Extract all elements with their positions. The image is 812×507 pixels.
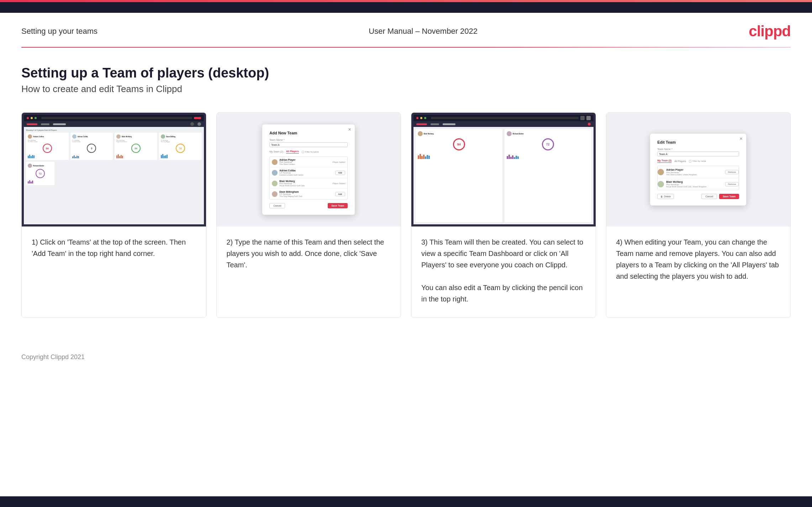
modal2-player-3-info: Blair McHarg Plus HandicapRoyal North De… (279, 180, 331, 187)
header-section-title: Setting up your teams (21, 27, 97, 36)
modal2-save-button[interactable]: Save Team (328, 203, 348, 208)
header: Setting up your teams User Manual – Nove… (0, 13, 812, 47)
modal2-player-1-status: Player Added (332, 161, 345, 163)
card-1: Showing 4 of 4 players from All Players … (21, 112, 206, 318)
modal2-tab-my-team[interactable]: My Team (2) (269, 150, 283, 154)
modal4-tabs: My Team (2) All Players Filter by name (657, 159, 739, 163)
modal2-player-2-add-button[interactable]: Add (335, 171, 346, 175)
modal4-title: Edit Team (657, 140, 739, 144)
card-2: Add New Team ✕ Team Name * Team A My Tea… (216, 112, 401, 318)
modal2-filter-checkbox[interactable] (302, 151, 304, 153)
modal4-action-buttons: Cancel Save Team (701, 194, 739, 199)
modal4-player-1-avatar (658, 169, 664, 175)
modal2-player-4-add-button[interactable]: Add (335, 192, 346, 196)
modal2-player-2: Adrian Coliba 1.5 HandicapCentral London… (270, 167, 347, 178)
modal2-player-1-avatar (272, 159, 278, 165)
page-title: Setting up a Team of players (desktop) (21, 65, 791, 81)
modal2-player-list: Adrian Player Plus HandicapThe Shire Lon… (269, 156, 348, 199)
modal2-player-3-avatar (272, 181, 278, 186)
accent-bar (0, 0, 812, 2)
modal2-filter-label: Filter by name (305, 151, 319, 153)
card-4: Edit Team ✕ Team Name * Team A My Team (… (606, 112, 791, 318)
modal2-cancel-button[interactable]: Cancel (269, 203, 285, 208)
modal4-footer: 🗑 Delete Cancel Save Team (657, 194, 739, 199)
trash-icon: 🗑 (660, 195, 663, 198)
modal2-close-icon[interactable]: ✕ (348, 127, 351, 132)
modal2-title: Add New Team (269, 131, 348, 135)
modal4-player-2: Blair McHarg Plus HandicapRoyal North De… (658, 178, 739, 190)
card-2-text: 2) Type the name of this Team and then s… (217, 226, 401, 317)
modal4-delete-button[interactable]: 🗑 Delete (657, 194, 674, 199)
modal4-team-name-label: Team Name * (657, 148, 739, 150)
modal4-player-1-info: Adrian Player Plus HandicapThe Shire Lon… (666, 168, 723, 176)
screenshot-1: Showing 4 of 4 players from All Players … (22, 113, 206, 226)
cards-row: Showing 4 of 4 players from All Players … (21, 112, 791, 318)
modal2-player-2-avatar (272, 170, 278, 176)
modal2-player-3: Blair McHarg Plus HandicapRoyal North De… (270, 178, 347, 189)
modal4-filter: Filter by name (689, 160, 706, 162)
screenshot-3: Blair McHarg 94 (411, 113, 596, 226)
modal4-tab-my-team[interactable]: My Team (2) (657, 159, 671, 163)
modal4-save-button[interactable]: Save Team (719, 194, 739, 199)
modal2-player-4: Dave Billingham 3.5 HandicapThe Gog Mago… (270, 189, 347, 199)
modal4-team-name-input[interactable]: Team A (657, 151, 739, 156)
modal2-footer: Cancel Save Team (269, 203, 348, 208)
modal2-filter: Filter by name (302, 151, 319, 153)
modal2-tab-all-players[interactable]: All Players (286, 150, 299, 154)
modal4-cancel-button[interactable]: Cancel (701, 194, 717, 199)
modal4-tab-all-players[interactable]: All Players (674, 160, 686, 162)
top-bar (0, 0, 812, 13)
modal2-tabs: My Team (2) All Players Filter by name (269, 150, 348, 154)
modal4-player-1-remove-button[interactable]: Remove (725, 170, 739, 174)
card-3-text: 3) This Team will then be created. You c… (411, 226, 596, 317)
modal4-player-list: Adrian Player Plus HandicapThe Shire Lon… (657, 166, 739, 190)
modal2-player-1: Adrian Player Plus HandicapThe Shire Lon… (270, 157, 347, 167)
screenshot-4: Edit Team ✕ Team Name * Team A My Team (… (606, 113, 791, 226)
card-1-text: 1) Click on 'Teams' at the top of the sc… (22, 226, 206, 317)
card-4-text: 4) When editing your Team, you can chang… (606, 226, 791, 317)
modal2-team-name-input[interactable]: Team A (269, 142, 348, 147)
main-content: Setting up a Team of players (desktop) H… (0, 48, 812, 346)
modal2-team-name-label: Team Name * (269, 139, 348, 141)
page-subtitle: How to create and edit Teams in Clippd (21, 84, 791, 95)
modal4-player-2-info: Blair McHarg Plus HandicapRoyal North De… (666, 180, 723, 188)
modal2-player-4-avatar (272, 191, 278, 197)
modal2-player-3-status: Player Added (332, 182, 345, 185)
modal4-filter-label: Filter by name (692, 160, 706, 162)
clippd-logo: clippd (749, 23, 791, 40)
screenshot-2: Add New Team ✕ Team Name * Team A My Tea… (217, 113, 401, 226)
header-manual-title: User Manual – November 2022 (369, 27, 478, 36)
card-3: Blair McHarg 94 (411, 112, 596, 318)
modal4-filter-checkbox[interactable] (689, 160, 691, 162)
footer: Copyright Clippd 2021 (0, 346, 812, 368)
modal4-player-1: Adrian Player Plus HandicapThe Shire Lon… (658, 166, 739, 178)
modal4-player-2-avatar (658, 181, 664, 187)
copyright-text: Copyright Clippd 2021 (21, 353, 85, 361)
modal2-player-1-info: Adrian Player Plus HandicapThe Shire Lon… (279, 159, 331, 165)
bottom-bar (0, 496, 812, 507)
modal4-player-2-remove-button[interactable]: Remove (725, 182, 739, 186)
modal2-player-2-info: Adrian Coliba 1.5 HandicapCentral London… (279, 169, 333, 176)
modal2-player-4-info: Dave Billingham 3.5 HandicapThe Gog Mago… (279, 191, 333, 197)
modal4-close-icon[interactable]: ✕ (739, 137, 743, 141)
